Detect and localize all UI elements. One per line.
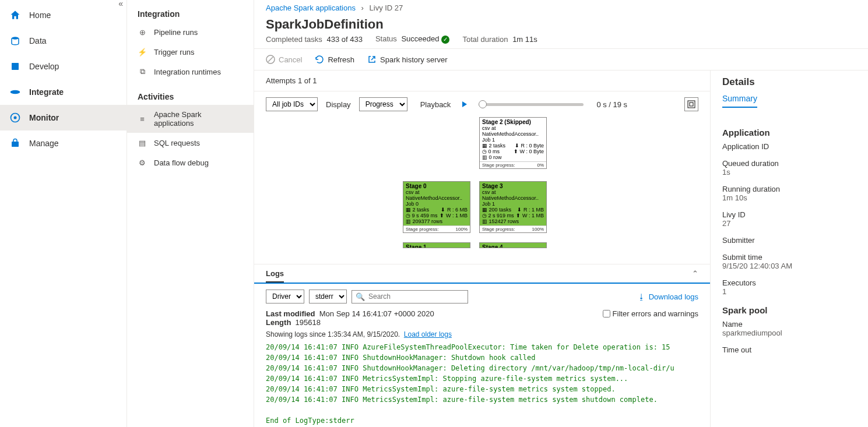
svg-point-0 — [12, 37, 19, 40]
stage-3-box[interactable]: Stage 3csv at NativeMethodAccessor..Job … — [479, 181, 547, 233]
toolbar: Cancel Refresh Spark history server — [254, 48, 868, 70]
history-button[interactable]: Spark history server — [367, 55, 448, 64]
nav-label: Data — [29, 36, 47, 45]
load-older-link[interactable]: Load older logs — [404, 330, 452, 338]
subnav-dataflow-debug[interactable]: ⚙Data flow debug — [127, 153, 254, 172]
tasks-label: Completed tasks — [266, 35, 322, 44]
stage-desc: csv at NativeMethodAccessor.. — [482, 189, 544, 201]
logs-tab[interactable]: Logs — [266, 269, 284, 283]
timeout-label: Time out — [722, 345, 856, 354]
log-search-input[interactable] — [368, 292, 464, 301]
subnav-label: SQL requests — [154, 139, 200, 147]
log-since: Showing logs since 1:35:34 AM, 9/15/2020… — [254, 328, 710, 341]
stage-write: W : 0 Byte — [519, 149, 544, 154]
stage-4-box[interactable]: Stage 4 — [479, 242, 547, 248]
subnav-label: Trigger runs — [154, 48, 195, 57]
breadcrumb-current: Livy ID 27 — [370, 3, 403, 12]
collapse-logs-icon[interactable]: ⌃ — [692, 269, 698, 278]
jobids-select[interactable]: All job IDs — [266, 97, 318, 111]
sparkpool-heading: Spark pool — [722, 305, 856, 315]
stage-rows: 152427 rows — [489, 218, 519, 224]
refresh-button[interactable]: Refresh — [315, 55, 354, 64]
data-icon — [9, 35, 21, 47]
stage-desc: csv at NativeMethodAccessor.. — [482, 125, 544, 137]
home-icon — [9, 9, 21, 21]
logs-header: Logs ⌃ — [254, 264, 710, 284]
nav-integrate[interactable]: Integrate — [0, 79, 126, 105]
stage-prog-label: Stage progress: — [406, 227, 438, 232]
display-select[interactable]: Progress — [359, 97, 407, 111]
stage-rows: 209377 rows — [413, 218, 443, 224]
svg-rect-1 — [12, 63, 19, 70]
filter-checkbox[interactable]: Filter errors and warnings — [603, 309, 698, 318]
download-logs-link[interactable]: ⭳ Download logs — [638, 292, 698, 301]
subnav-spark-apps[interactable]: ≡Apache Spark applications — [127, 105, 254, 133]
play-icon[interactable] — [462, 101, 467, 107]
stage-job: Job 0 — [406, 201, 468, 207]
develop-icon — [9, 61, 21, 72]
duration-label: Total duration — [462, 35, 508, 44]
stage-time: 9 s 459 ms — [412, 213, 438, 218]
playback-scrubber[interactable] — [479, 103, 584, 106]
breadcrumb-link[interactable]: Apache Spark applications — [266, 3, 356, 12]
since-text: Showing logs since 1:35:34 AM, 9/15/2020… — [266, 330, 400, 338]
dag-controls: All job IDs Display Progress Playback 0 … — [254, 91, 710, 117]
nav-develop[interactable]: Develop — [0, 54, 126, 79]
external-link-icon — [367, 55, 377, 64]
poolname-value: sparkmediumpool — [722, 329, 856, 337]
refresh-icon — [315, 55, 324, 64]
log-source-select[interactable]: Driver — [266, 290, 304, 304]
stage-read: R : 0 Byte — [521, 143, 544, 149]
submitter-label: Submitter — [722, 236, 856, 245]
stage-prog-pct: 100% — [532, 227, 544, 232]
playback-label: Playback — [420, 100, 451, 109]
stage-title: Stage 2 (Skipped) — [482, 119, 531, 125]
stage-write: W : 1 MB — [446, 213, 468, 218]
submit-label: Submit time — [722, 253, 856, 262]
log-search-box[interactable]: 🔍 — [352, 290, 468, 304]
stage-2-box[interactable]: Stage 2 (Skipped)csv at NativeMethodAcce… — [479, 117, 547, 169]
nav-data[interactable]: Data — [0, 28, 126, 54]
pipeline-icon: ⊕ — [138, 27, 147, 37]
sql-icon: ▤ — [138, 138, 147, 147]
tasks-value: 433 of 433 — [326, 35, 362, 44]
filter-checkbox-input[interactable] — [603, 310, 610, 317]
subnav-trigger-runs[interactable]: ⚡Trigger runs — [127, 42, 254, 62]
dag-area[interactable]: Stage 2 (Skipped)csv at NativeMethodAcce… — [254, 117, 710, 264]
stage-time: 2 s 919 ms — [489, 213, 514, 218]
svg-rect-8 — [688, 101, 695, 108]
poolname-label: Name — [722, 320, 856, 329]
subnav-label: Apache Spark applications — [154, 110, 243, 128]
details-tab-summary[interactable]: Summary — [722, 94, 757, 108]
subnav-integration-runtimes[interactable]: ⧉Integration runtimes — [127, 62, 254, 82]
cancel-label: Cancel — [279, 55, 302, 64]
nav-label: Home — [29, 10, 51, 20]
log-body[interactable]: 20/09/14 16:41:07 INFO AzureFileSystemTh… — [254, 341, 710, 427]
collapse-nav-icon[interactable]: « — [118, 0, 123, 8]
details-title: Details — [722, 76, 856, 88]
expand-button[interactable] — [684, 97, 698, 111]
subnav-label: Integration runtimes — [154, 68, 221, 76]
svg-rect-9 — [690, 103, 693, 106]
subnav-sql-requests[interactable]: ▤SQL requests — [127, 133, 254, 153]
log-meta: Last modified Mon Sep 14 16:41:07 +0000 … — [254, 306, 710, 328]
stage-1-box[interactable]: Stage 1 — [403, 242, 470, 248]
nav-home[interactable]: Home — [0, 2, 126, 28]
nav-label: Develop — [29, 62, 59, 71]
stage-rows: 0 row — [489, 154, 502, 160]
log-stream-select[interactable]: stderr — [309, 290, 347, 304]
subnav-pipeline-runs[interactable]: ⊕Pipeline runs — [127, 22, 254, 42]
stage-0-box[interactable]: Stage 0csv at NativeMethodAccessor..Job … — [403, 181, 470, 233]
breadcrumb: Apache Spark applications › Livy ID 27 — [254, 0, 868, 12]
nav-manage[interactable]: Manage — [0, 130, 126, 156]
subnav-label: Pipeline runs — [154, 28, 198, 37]
queued-label: Queued duration — [722, 159, 856, 168]
appid-label: Application ID — [722, 142, 856, 151]
details-panel: Details Summary Application Application … — [711, 70, 868, 427]
svg-point-4 — [14, 117, 17, 119]
scrubber-knob[interactable] — [479, 100, 487, 108]
download-label: Download logs — [649, 292, 698, 301]
nav-monitor[interactable]: Monitor — [0, 105, 126, 130]
integrate-icon — [9, 86, 21, 98]
livy-label: Livy ID — [722, 210, 856, 219]
